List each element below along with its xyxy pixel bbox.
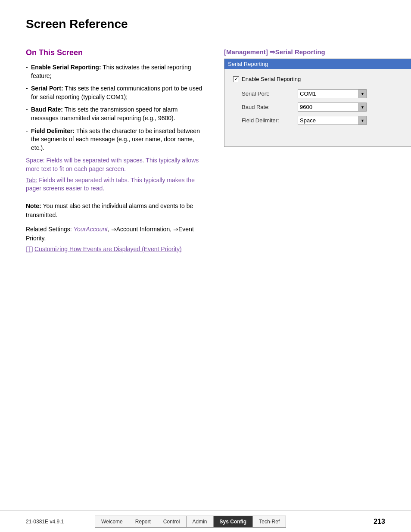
breadcrumb: [Management] ⇒Serial Reporting — [224, 48, 411, 56]
bullet-enable-serial: Enable Serial Reporting: This activates … — [26, 63, 207, 80]
note-text: You must also set the individual alarms … — [26, 202, 193, 218]
field-delimiter-arrow[interactable]: ▼ — [358, 116, 366, 124]
bullet-term-2: Serial Port: — [31, 85, 63, 92]
tab-welcome[interactable]: Welcome — [95, 516, 129, 527]
related-settings-label: Related Settings: — [26, 226, 74, 233]
bullet-field-delimiter: Field Delimiter: This sets the character… — [26, 127, 207, 152]
enable-checkbox-label: Enable Serial Reporting — [242, 76, 301, 82]
baud-rate-arrow[interactable]: ▼ — [358, 103, 366, 111]
serial-port-arrow[interactable]: ▼ — [358, 90, 366, 98]
screen-panel: Serial Reporting ✓ Enable Serial Reporti… — [224, 59, 411, 147]
link-space: Space: Fields will be separated with spa… — [26, 156, 207, 173]
breadcrumb-management[interactable]: [Management] — [224, 48, 268, 56]
tab-admin[interactable]: Admin — [187, 516, 214, 527]
enable-checkbox-row[interactable]: ✓ Enable Serial Reporting — [233, 76, 411, 82]
baud-rate-label: Baud Rate: — [242, 104, 298, 110]
tab-sys-config[interactable]: Sys Config — [214, 516, 253, 527]
breadcrumb-arrow: ⇒ — [268, 48, 275, 56]
tab-control[interactable]: Control — [157, 516, 187, 527]
related-customize-link[interactable]: Customizing How Events are Displayed (Ev… — [34, 245, 182, 254]
link-space-desc: Fields will be separated with spaces. Th… — [26, 157, 199, 172]
footer-version: 21-0381E v4.9.1 — [26, 519, 95, 525]
serial-port-select[interactable]: COM1 ▼ — [298, 89, 367, 98]
field-delimiter-label: Field Delimiter: — [242, 117, 298, 124]
main-columns: On This Screen Enable Serial Reporting: … — [26, 48, 385, 254]
bullet-term-4: Field Delimiter: — [31, 128, 75, 134]
serial-port-value: COM1 — [298, 90, 358, 98]
tab-tech-ref[interactable]: Tech-Ref — [253, 516, 286, 527]
baud-rate-select[interactable]: 9600 ▼ — [298, 103, 367, 112]
related-link-row: Customizing How Events are Displayed (Ev… — [26, 245, 207, 254]
link-tab-desc: Fields will be separated with tabs. This… — [26, 177, 195, 192]
footer: 21-0381E v4.9.1 Welcome Report Control A… — [0, 510, 411, 532]
serial-port-field: Serial Port: COM1 ▼ — [233, 89, 411, 98]
right-column: [Management] ⇒Serial Reporting Serial Re… — [224, 48, 411, 147]
left-column: On This Screen Enable Serial Reporting: … — [26, 48, 207, 254]
bullet-term-1: Enable Serial Reporting: — [31, 64, 101, 71]
section-heading: On This Screen — [26, 48, 207, 57]
link-tab-label: Tab: — [26, 177, 37, 184]
serial-port-label: Serial Port: — [242, 90, 298, 97]
panel-body: ✓ Enable Serial Reporting Serial Port: C… — [224, 69, 411, 146]
related-settings: Related Settings: YourAccount, ⇒Account … — [26, 225, 207, 243]
bullet-serial-port: Serial Port: This sets the serial commun… — [26, 84, 207, 101]
link-space-label: Space: — [26, 157, 45, 164]
bullet-term-3: Baud Rate: — [31, 106, 63, 113]
footer-page-number: 213 — [374, 518, 385, 526]
tab-report[interactable]: Report — [129, 516, 157, 527]
bullet-baud-rate: Baud Rate: This sets the transmission sp… — [26, 106, 207, 122]
baud-rate-field: Baud Rate: 9600 ▼ — [233, 103, 411, 112]
page-title: Screen Reference — [26, 17, 385, 31]
baud-rate-value: 9600 — [298, 103, 358, 111]
book-icon — [26, 246, 33, 252]
related-your-account[interactable]: YourAccount — [74, 226, 108, 233]
breadcrumb-current: Serial Reporting — [275, 48, 325, 56]
field-delimiter-value: Space — [298, 116, 358, 124]
checkbox-check-mark: ✓ — [234, 76, 238, 82]
field-delimiter-field: Field Delimiter: Space ▼ — [233, 116, 411, 125]
note-section: Note: You must also set the individual a… — [26, 202, 207, 220]
page-content: Screen Reference On This Screen Enable S… — [0, 0, 411, 297]
link-tab: Tab: Fields will be separated with tabs.… — [26, 176, 207, 193]
enable-checkbox[interactable]: ✓ — [233, 76, 239, 82]
note-label: Note: — [26, 202, 41, 209]
panel-titlebar: Serial Reporting — [224, 59, 411, 69]
footer-tabs: Welcome Report Control Admin Sys Config … — [95, 516, 286, 528]
field-delimiter-select[interactable]: Space ▼ — [298, 116, 367, 125]
